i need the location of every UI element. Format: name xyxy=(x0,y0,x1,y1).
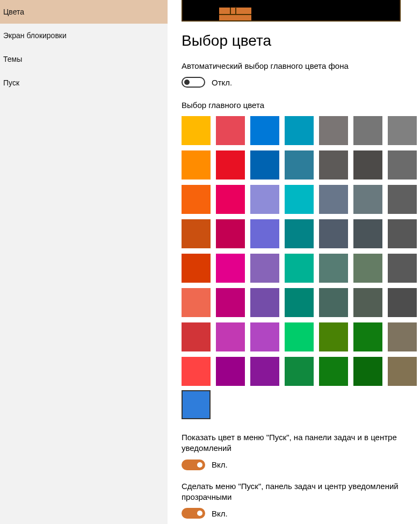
color-swatch[interactable] xyxy=(182,322,211,351)
color-swatch[interactable] xyxy=(319,185,348,214)
color-swatch[interactable] xyxy=(250,288,279,317)
color-swatch[interactable] xyxy=(216,185,245,214)
color-swatch[interactable] xyxy=(216,254,245,283)
color-swatch[interactable] xyxy=(353,322,382,351)
color-swatch[interactable] xyxy=(285,116,314,145)
color-swatch[interactable] xyxy=(319,357,348,386)
show-color-label: Показать цвет в меню "Пуск", на панели з… xyxy=(182,432,407,454)
color-swatch[interactable] xyxy=(216,116,245,145)
color-swatch[interactable] xyxy=(250,219,279,248)
color-swatch[interactable] xyxy=(388,116,417,145)
color-swatch[interactable] xyxy=(216,357,245,386)
color-swatch[interactable] xyxy=(250,322,279,351)
show-color-toggle[interactable] xyxy=(182,460,205,470)
color-swatch[interactable] xyxy=(250,185,279,214)
color-swatch[interactable] xyxy=(285,219,314,248)
auto-color-label: Автоматический выбор главного цвета фона xyxy=(182,61,420,70)
color-swatch[interactable] xyxy=(319,288,348,317)
color-swatch[interactable] xyxy=(319,150,348,180)
color-swatch[interactable] xyxy=(216,150,245,180)
color-swatch[interactable] xyxy=(353,357,382,386)
color-swatch[interactable] xyxy=(182,288,211,317)
color-swatch[interactable] xyxy=(388,150,417,180)
color-swatch[interactable] xyxy=(353,185,382,214)
sidebar-item-2[interactable]: Темы xyxy=(0,47,168,71)
color-swatch[interactable] xyxy=(250,116,279,145)
color-swatch[interactable] xyxy=(285,357,314,386)
sidebar-item-0[interactable]: Цвета xyxy=(0,0,168,24)
color-swatch[interactable] xyxy=(319,116,348,145)
color-swatch[interactable] xyxy=(319,322,348,351)
color-swatch[interactable] xyxy=(319,254,348,283)
color-swatch[interactable] xyxy=(285,322,314,351)
sidebar-item-1[interactable]: Экран блокировки xyxy=(0,24,168,47)
color-swatch[interactable] xyxy=(388,322,417,351)
color-swatch[interactable] xyxy=(353,254,382,283)
settings-main: Выбор цвета Автоматический выбор главног… xyxy=(168,0,420,524)
color-swatch[interactable] xyxy=(388,357,417,386)
page-title: Выбор цвета xyxy=(182,32,420,49)
color-swatch[interactable] xyxy=(182,357,211,386)
color-swatch[interactable] xyxy=(250,254,279,283)
color-swatch[interactable] xyxy=(285,254,314,283)
color-swatch[interactable] xyxy=(250,357,279,386)
settings-sidebar: ЦветаЭкран блокировкиТемыПуск xyxy=(0,0,168,524)
color-swatch[interactable] xyxy=(388,185,417,214)
color-swatch[interactable] xyxy=(388,219,417,248)
color-swatch[interactable] xyxy=(353,150,382,180)
color-swatch[interactable] xyxy=(182,116,211,145)
color-swatch[interactable] xyxy=(182,219,211,248)
color-swatch[interactable] xyxy=(353,116,382,145)
color-swatch[interactable] xyxy=(216,219,245,248)
transparency-state: Вкл. xyxy=(212,509,228,518)
color-swatch[interactable] xyxy=(285,185,314,214)
sidebar-item-3[interactable]: Пуск xyxy=(0,71,168,95)
show-color-state: Вкл. xyxy=(212,460,228,469)
color-swatch[interactable] xyxy=(182,254,211,283)
color-swatch[interactable] xyxy=(250,150,279,180)
color-grid xyxy=(182,116,420,386)
color-swatch[interactable] xyxy=(388,288,417,317)
selected-color-swatch[interactable] xyxy=(182,390,211,419)
auto-color-toggle[interactable] xyxy=(182,77,205,88)
accent-color-label: Выбор главного цвета xyxy=(182,101,420,110)
transparency-toggle[interactable] xyxy=(182,508,205,519)
color-swatch[interactable] xyxy=(285,150,314,180)
color-swatch[interactable] xyxy=(353,219,382,248)
color-swatch[interactable] xyxy=(216,288,245,317)
theme-preview xyxy=(182,0,401,21)
auto-color-state: Откл. xyxy=(212,78,232,87)
color-swatch[interactable] xyxy=(388,254,417,283)
color-swatch[interactable] xyxy=(182,150,211,180)
transparency-label: Сделать меню "Пуск", панель задач и цент… xyxy=(182,481,407,503)
color-swatch[interactable] xyxy=(319,219,348,248)
color-swatch[interactable] xyxy=(353,288,382,317)
color-swatch[interactable] xyxy=(285,288,314,317)
color-swatch[interactable] xyxy=(182,185,211,214)
color-swatch[interactable] xyxy=(216,322,245,351)
